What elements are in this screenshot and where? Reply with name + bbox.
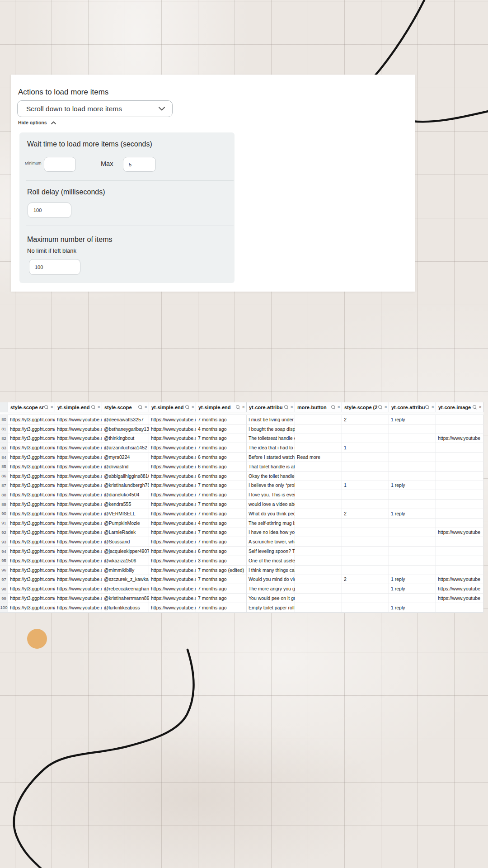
column-header[interactable]: style-scope× <box>102 402 149 412</box>
search-icon[interactable] <box>425 405 430 410</box>
table-cell <box>295 425 342 434</box>
table-cell: 7 months ago <box>196 537 247 546</box>
search-icon[interactable] <box>185 405 190 410</box>
table-cell: https://www.youtube.c <box>149 453 196 462</box>
table-cell: https://www.youtube.c <box>149 584 196 593</box>
table-cell: @thinkingbout <box>102 434 149 443</box>
table-cell: @bethaneygaribay130 <box>102 425 149 434</box>
table-cell <box>436 472 483 481</box>
column-header-label: yt-simple-end <box>198 405 236 410</box>
table-cell <box>436 462 483 471</box>
table-cell <box>389 490 436 499</box>
remove-column-icon[interactable]: × <box>242 405 245 410</box>
row-number: 84 <box>0 453 8 462</box>
table-cell: @deenawatts3257 <box>102 415 149 424</box>
table-cell: @rebeccakeenaghan2 <box>102 584 149 593</box>
table-row: 93https://yt3.ggpht.com/https://www.yout… <box>0 537 483 547</box>
search-icon[interactable] <box>284 405 289 410</box>
search-icon[interactable] <box>138 405 143 410</box>
table-cell <box>389 425 436 434</box>
max-label: Max <box>101 160 113 167</box>
panel-title: Actions to load more items <box>18 88 108 97</box>
remove-column-icon[interactable]: × <box>98 405 100 410</box>
table-cell: 2 <box>342 575 389 584</box>
column-header[interactable]: yt-core-attribu× <box>389 402 436 412</box>
table-cell <box>436 415 483 424</box>
table-row: 84https://yt3.ggpht.com/https://www.yout… <box>0 453 483 462</box>
table-cell <box>389 556 436 565</box>
table-cell: Read more <box>295 453 342 462</box>
column-header[interactable]: yt-core-image× <box>436 402 483 412</box>
table-cell: https://www.youtube <box>436 594 483 603</box>
wait-time-min-input[interactable] <box>44 157 76 172</box>
table-cell: I believe the only *prob <box>247 481 295 490</box>
column-header[interactable]: yt-core-attribu× <box>247 402 295 412</box>
table-cell: https://www.youtube.c <box>55 528 102 537</box>
table-cell: https://www.youtube.c <box>149 443 196 452</box>
remove-column-icon[interactable]: × <box>291 405 293 410</box>
row-number: 85 <box>0 462 8 471</box>
table-cell <box>389 594 436 603</box>
remove-column-icon[interactable]: × <box>192 405 194 410</box>
row-number: 87 <box>0 481 8 490</box>
wait-time-max-input[interactable] <box>123 157 156 172</box>
table-cell: https://www.youtube <box>436 584 483 593</box>
table-cell: A scrunchie tower, wha <box>247 537 295 546</box>
table-cell: https://www.youtube.c <box>55 490 102 499</box>
search-icon[interactable] <box>331 405 336 410</box>
table-cell: I must be living under a <box>247 415 295 424</box>
column-header[interactable]: style-scope (2× <box>342 402 389 412</box>
column-header-label: style-scope sr <box>10 405 44 410</box>
table-cell: https://www.youtube.c <box>55 443 102 452</box>
hide-options-toggle[interactable]: Hide options <box>18 120 56 125</box>
table-cell: 7 months ago <box>196 509 247 518</box>
table-cell <box>389 453 436 462</box>
remove-column-icon[interactable]: × <box>51 405 53 410</box>
table-cell: https://www.youtube.c <box>55 594 102 603</box>
table-cell <box>295 462 342 471</box>
remove-column-icon[interactable]: × <box>432 405 434 410</box>
table-cell: Empty toilet paper roll, <box>247 603 295 612</box>
max-items-input[interactable] <box>29 259 80 275</box>
row-number: 94 <box>0 547 8 556</box>
column-header[interactable]: yt-simple-end× <box>196 402 247 412</box>
table-cell: https://www.youtube.c <box>149 425 196 434</box>
search-icon[interactable] <box>473 405 477 410</box>
search-icon[interactable] <box>236 405 240 410</box>
table-cell: 4 months ago <box>196 519 247 528</box>
table-cell: https://www.youtube.c <box>149 575 196 584</box>
remove-column-icon[interactable]: × <box>385 405 387 410</box>
table-cell <box>342 584 389 593</box>
column-header[interactable]: yt-simple-end× <box>149 402 196 412</box>
roll-delay-input[interactable] <box>28 203 71 218</box>
table-cell: https://www.youtube.c <box>55 556 102 565</box>
table-cell <box>342 453 389 462</box>
search-icon[interactable] <box>91 405 96 410</box>
column-header[interactable]: yt-simple-end× <box>55 402 102 412</box>
table-cell: https://yt3.ggpht.com/ <box>8 415 55 424</box>
row-number: 96 <box>0 566 8 575</box>
column-header[interactable]: style-scope sr× <box>8 402 55 412</box>
remove-column-icon[interactable]: × <box>338 405 340 410</box>
table-cell: https://yt3.ggpht.com/ <box>8 434 55 443</box>
table-cell: https://www.youtube.c <box>55 537 102 546</box>
table-body: 80https://yt3.ggpht.com/https://www.yout… <box>0 415 483 613</box>
table-cell: Self leveling spoon? Tw <box>247 547 295 556</box>
table-cell: 1 reply <box>389 575 436 584</box>
search-icon[interactable] <box>44 405 49 410</box>
table-row: 90https://yt3.ggpht.com/https://www.yout… <box>0 509 483 519</box>
search-icon[interactable] <box>378 405 383 410</box>
row-number: 82 <box>0 434 8 443</box>
row-number: 100 <box>0 603 8 612</box>
table-cell: https://yt3.ggpht.com/ <box>8 547 55 556</box>
row-number: 88 <box>0 490 8 499</box>
column-header-label: yt-simple-end <box>57 405 91 410</box>
table-cell: The more angry you ge <box>247 584 295 593</box>
table-cell: 6 months ago <box>196 462 247 471</box>
column-header[interactable]: more-button× <box>295 402 342 412</box>
load-more-action-dropdown[interactable]: Scroll down to load more items <box>17 100 173 117</box>
remove-column-icon[interactable]: × <box>145 405 147 410</box>
table-cell <box>295 509 342 518</box>
remove-column-icon[interactable]: × <box>479 405 482 410</box>
table-cell: @oliviastrid <box>102 462 149 471</box>
